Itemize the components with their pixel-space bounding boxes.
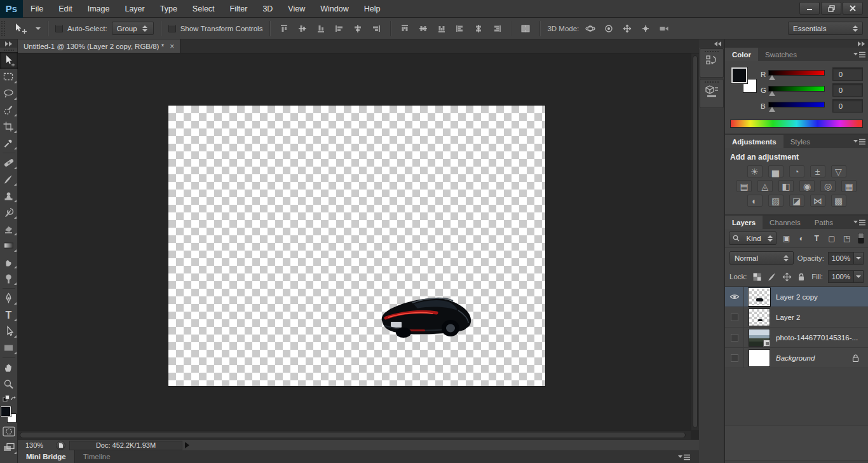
color-lookup-icon[interactable]: ▦ xyxy=(841,180,857,192)
levels-icon[interactable]: ▅ xyxy=(768,165,783,177)
align-bottom-edges-icon[interactable] xyxy=(314,22,328,35)
spot-healing-brush-tool[interactable] xyxy=(0,155,18,171)
panel-menu-icon[interactable] xyxy=(853,219,865,226)
smudge-tool[interactable] xyxy=(0,254,18,270)
3d-roll-icon[interactable] xyxy=(602,22,616,35)
move-tool-preset[interactable] xyxy=(10,22,31,35)
layer-row-layer-2[interactable]: Layer 2 xyxy=(725,307,868,328)
document-tab[interactable]: Untitled-1 @ 130% (Layer 2 copy, RGB/8) … xyxy=(18,39,180,53)
panel-menu-icon[interactable] xyxy=(678,453,690,461)
filter-pixel-layers-icon[interactable]: ▣ xyxy=(781,234,792,243)
foreground-color-swatch[interactable] xyxy=(1,406,11,417)
filter-kind-dropdown[interactable]: Kind xyxy=(729,232,776,245)
lasso-tool[interactable] xyxy=(0,85,18,102)
distribute-top-edges-icon[interactable] xyxy=(398,22,412,35)
horizontal-scrollbar-thumb[interactable] xyxy=(20,432,686,438)
filter-smart-objects-icon[interactable]: ◳ xyxy=(841,234,852,243)
visibility-cell[interactable] xyxy=(725,287,744,307)
green-slider[interactable] xyxy=(768,85,825,95)
foreground-background-swatches[interactable] xyxy=(1,406,17,423)
options-grip[interactable] xyxy=(1,21,5,36)
layer-thumbnail[interactable] xyxy=(749,308,770,326)
swap-colors-icon[interactable] xyxy=(0,392,18,405)
quick-mask-button[interactable] xyxy=(0,423,18,439)
red-value-field[interactable]: 0 xyxy=(832,67,863,81)
quick-selection-tool[interactable] xyxy=(0,102,18,118)
clone-stamp-tool[interactable] xyxy=(0,188,18,204)
menu-filter[interactable]: Filter xyxy=(222,0,255,18)
align-horizontal-centers-icon[interactable] xyxy=(351,22,365,35)
red-slider[interactable] xyxy=(768,69,825,79)
layer-name[interactable]: Background xyxy=(776,354,815,362)
curves-icon[interactable]: ◔ xyxy=(789,165,804,177)
menu-file[interactable]: File xyxy=(23,0,51,18)
green-slider-thumb[interactable] xyxy=(769,91,775,96)
photo-filter-icon[interactable]: ◉ xyxy=(799,180,815,192)
minimize-button[interactable] xyxy=(799,2,820,15)
blue-value-field[interactable]: 0 xyxy=(832,99,863,113)
crop-tool[interactable] xyxy=(0,118,18,135)
vertical-scrollbar[interactable] xyxy=(691,53,699,430)
menu-view[interactable]: View xyxy=(280,0,313,18)
screen-mode-button[interactable] xyxy=(0,439,18,456)
selective-color-icon[interactable]: ▩ xyxy=(831,195,846,207)
layer-thumbnail[interactable] xyxy=(749,288,770,306)
canvas-region[interactable] xyxy=(18,53,699,430)
properties-panel-button[interactable] xyxy=(700,79,724,108)
threshold-icon[interactable]: ◪ xyxy=(789,195,804,207)
tool-preset-arrow[interactable] xyxy=(36,27,41,30)
type-tool[interactable]: T xyxy=(0,307,18,323)
filter-type-layers-icon[interactable]: T xyxy=(811,234,822,243)
distribute-vertical-centers-icon[interactable] xyxy=(416,22,430,35)
blue-slider-thumb[interactable] xyxy=(769,107,775,112)
layer-thumbnail[interactable] xyxy=(749,329,770,347)
menu-layer[interactable]: Layer xyxy=(117,0,152,18)
history-panel-button[interactable] xyxy=(700,48,724,78)
black-white-icon[interactable]: ◧ xyxy=(778,180,794,192)
distribute-horizontal-centers-icon[interactable] xyxy=(471,22,485,35)
layer-name[interactable]: Layer 2 xyxy=(776,314,800,321)
toolbar-grip[interactable] xyxy=(4,50,14,51)
color-swatch-stack[interactable] xyxy=(731,67,758,94)
dock-expand-header[interactable] xyxy=(725,39,868,48)
panel-menu-icon[interactable] xyxy=(853,51,865,59)
green-value-field[interactable]: 0 xyxy=(832,83,863,97)
3d-orbit-icon[interactable] xyxy=(583,22,597,35)
hand-tool[interactable] xyxy=(0,359,18,376)
red-slider-thumb[interactable] xyxy=(769,75,775,80)
brush-tool[interactable] xyxy=(0,171,18,188)
layer-row-photo[interactable]: photo-1446770145316-... xyxy=(725,328,868,348)
filter-adjustment-layers-icon[interactable]: ◐ xyxy=(796,234,807,243)
visibility-cell[interactable] xyxy=(725,328,744,347)
status-menu-arrow-icon[interactable] xyxy=(185,442,189,448)
layer-row-layer-2-copy[interactable]: Layer 2 copy xyxy=(725,287,868,307)
blue-slider[interactable] xyxy=(768,101,825,111)
auto-align-layers-icon[interactable] xyxy=(519,22,532,35)
layer-thumbnail[interactable] xyxy=(749,349,770,367)
move-tool[interactable] xyxy=(0,52,18,69)
tab-paths[interactable]: Paths xyxy=(808,216,840,229)
layer-row-background[interactable]: Background xyxy=(725,348,868,368)
align-left-edges-icon[interactable] xyxy=(332,22,346,35)
pen-tool[interactable] xyxy=(0,290,18,307)
distribute-right-edges-icon[interactable] xyxy=(490,22,504,35)
foreground-color-swatch[interactable] xyxy=(731,67,747,83)
vertical-scrollbar-thumb[interactable] xyxy=(693,55,698,428)
layer-filtering-toggle[interactable] xyxy=(858,233,864,244)
hidden-eye-well[interactable] xyxy=(731,334,738,342)
tab-swatches[interactable]: Swatches xyxy=(758,48,804,61)
document-tab-close-icon[interactable]: × xyxy=(170,42,174,51)
workspace-switcher[interactable]: Essentials xyxy=(788,22,863,35)
filter-shape-layers-icon[interactable]: ▢ xyxy=(827,234,837,243)
auto-select-dropdown[interactable]: Group xyxy=(112,22,154,35)
channel-mixer-icon[interactable]: ◎ xyxy=(820,180,836,192)
vibrance-icon[interactable]: ▽ xyxy=(831,165,846,177)
menu-select[interactable]: Select xyxy=(185,0,222,18)
3d-slide-icon[interactable] xyxy=(639,22,653,35)
close-button[interactable] xyxy=(843,2,863,15)
menu-edit[interactable]: Edit xyxy=(51,0,80,18)
menu-3d[interactable]: 3D xyxy=(255,0,280,18)
tab-color[interactable]: Color xyxy=(725,48,758,61)
rectangle-tool[interactable] xyxy=(0,340,18,356)
restore-button[interactable] xyxy=(821,2,841,15)
